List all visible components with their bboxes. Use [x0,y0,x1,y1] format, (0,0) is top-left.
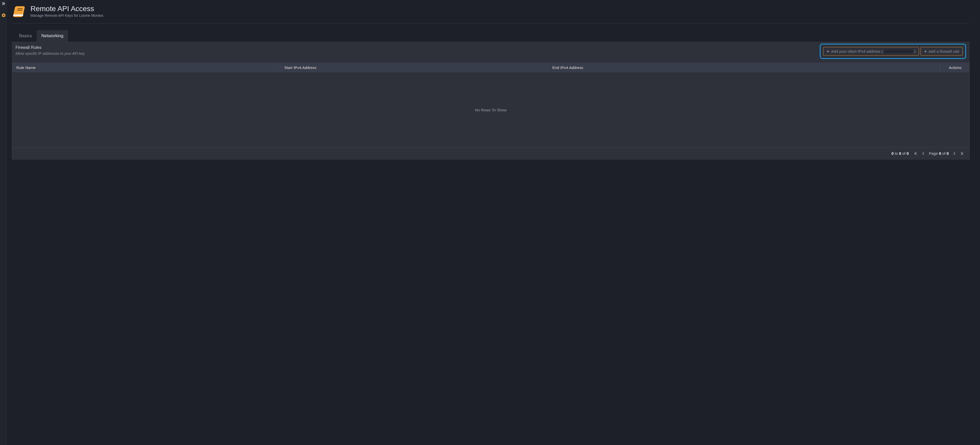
grid-header-row: Rule Name Start IPv4 Address End IPv4 Ad… [12,63,969,72]
grid-range: 0 to 0 of 0 [892,151,909,156]
page-header: Remote API Access Manage Remote API Keys… [12,5,970,24]
grid-empty-state: No Rows To Show [12,72,969,147]
expand-sidebar-icon[interactable] [2,2,6,6]
tab-basics[interactable]: Basics [14,30,37,41]
add-firewall-rule-label: Add a firewall rule [929,49,959,54]
firewall-actions-highlight: Add your client IPv4 address ( ) Add a f… [820,44,966,59]
plus-icon [924,50,927,53]
next-page-icon[interactable] [953,152,956,155]
page-subtitle: Manage Remote API Keys for Loome Monitor… [30,13,104,17]
add-client-ip-prefix: Add your client IPv4 address ( [831,49,883,54]
grid-footer: 0 to 0 of 0 Page 0 of 0 [12,147,969,159]
add-client-ip-button[interactable]: Add your client IPv4 address ( ) [823,47,919,56]
add-firewall-rule-button[interactable]: Add a firewall rule [921,47,963,56]
page-title: Remote API Access [30,5,104,13]
panel-title: Firewall Rules [16,45,84,50]
plus-icon [826,50,830,53]
first-page-icon[interactable] [914,152,918,155]
grid-page: Page 0 of 0 [929,151,949,156]
col-header-actions: Actions [941,63,969,72]
col-header-end-ip[interactable]: End IPv4 Address [548,63,941,72]
svg-rect-3 [18,8,23,9]
last-page-icon[interactable] [960,152,964,155]
add-client-ip-suffix: ) [914,49,916,54]
col-header-rule-name[interactable]: Rule Name [12,63,280,72]
prev-page-icon[interactable] [921,152,925,155]
add-icon[interactable] [2,13,5,17]
tab-networking[interactable]: Networking [37,30,68,41]
svg-rect-2 [13,14,23,16]
col-header-start-ip[interactable]: Start IPv4 Address [280,63,548,72]
panel-description: Allow specific IP addresses to your API … [16,51,84,56]
svg-rect-4 [17,10,22,11]
book-icon [12,5,26,19]
firewall-rules-grid: Rule Name Start IPv4 Address End IPv4 Ad… [12,62,970,159]
networking-panel: Firewall Rules Allow specific IP address… [12,41,970,159]
tab-bar: Basics Networking [14,30,970,41]
collapsed-sidebar [0,0,7,445]
client-ip-redacted [885,49,913,53]
